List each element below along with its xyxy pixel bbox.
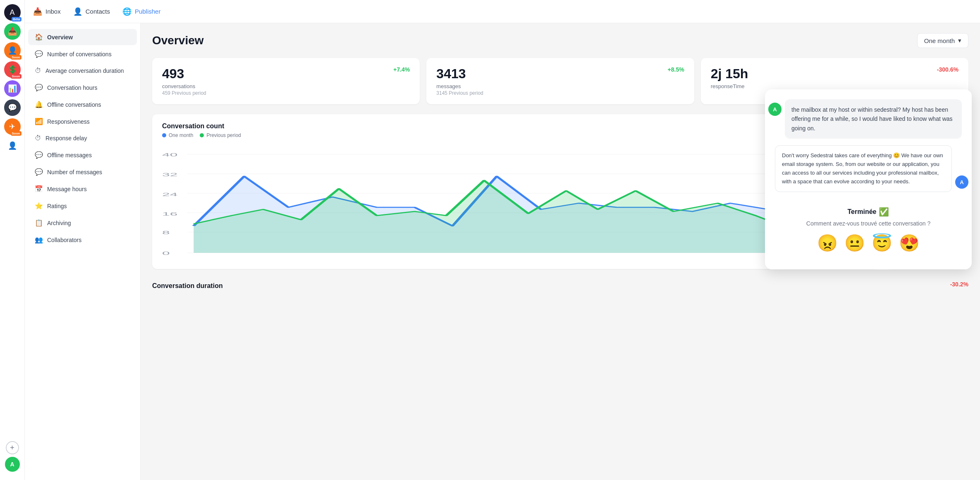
- sidebar-item-overview[interactable]: 🏠 Overview: [28, 29, 137, 45]
- status-section: Terminée ✅ Comment avez-vous trouvé cett…: [775, 200, 962, 259]
- offline-msgs-icon: 💬: [35, 151, 43, 159]
- offline-conv-icon: 🔔: [35, 101, 43, 108]
- sidebar-conv-hours-label: Conversation hours: [47, 84, 97, 91]
- nav-publisher[interactable]: 🌐 Publisher: [122, 7, 161, 16]
- icon-bar: A Béta 📥 👤 Soon 💲 Soon 📊 💬 ✈ Soon 👤 + A: [0, 0, 25, 480]
- chevron-down-icon: ▾: [958, 37, 961, 44]
- sidebar-offline-conv-label: Offline conversations: [47, 101, 101, 108]
- user-chat-avatar: A: [768, 103, 782, 116]
- sidebar-item-num-conversations[interactable]: 💬 Number of conversations: [28, 46, 137, 62]
- contacts-nav-icon: 👤: [73, 7, 82, 16]
- svg-text:24: 24: [162, 192, 177, 197]
- bot-message-wrapper: Don't worry Sedestral takes care of ever…: [775, 145, 962, 192]
- user-message-text: the mailbox at my host or within sedestr…: [791, 106, 953, 132]
- num-conv-icon: 💬: [35, 50, 43, 58]
- emoji-row: 😠 😐 😇 😍: [775, 233, 962, 253]
- svg-text:16: 16: [162, 211, 177, 216]
- emoji-neutral[interactable]: 😐: [844, 233, 865, 253]
- chart-title-conv-count: Conversation count: [162, 122, 241, 130]
- user-message-bubble: the mailbox at my host or within sedestr…: [785, 99, 962, 139]
- stat-change-response-time: -300.6%: [937, 66, 958, 73]
- stat-label-conversations: conversations: [162, 83, 206, 89]
- svg-text:0: 0: [162, 251, 170, 256]
- avg-dur-icon: ⏱: [35, 67, 41, 74]
- bot-message-text: Don't worry Sedestral takes care of ever…: [782, 152, 943, 184]
- stat-prev-conversations: 459 Previous period: [162, 90, 206, 96]
- sidebar-item-conv-hours[interactable]: 💬 Conversation hours: [28, 79, 137, 96]
- stat-label-messages: messages: [436, 83, 483, 89]
- sidebar-item-collaborators[interactable]: 👥 Collaborators: [28, 232, 137, 248]
- bot-message-bubble: Don't worry Sedestral takes care of ever…: [775, 145, 952, 192]
- sidebar-item-ratings[interactable]: ⭐ Ratings: [28, 198, 137, 214]
- stat-prev-messages: 3145 Previous period: [436, 90, 483, 96]
- legend-item-prev-period: Previous period: [200, 132, 241, 138]
- responsiveness-icon: 📶: [35, 118, 43, 125]
- sidebar-ratings-label: Ratings: [47, 203, 67, 209]
- inbox-icon-btn[interactable]: 📥: [4, 23, 21, 40]
- inbox-nav-icon: 📥: [33, 7, 42, 16]
- beta-badge: Béta: [12, 17, 21, 22]
- emoji-angel[interactable]: 😇: [872, 233, 892, 253]
- response-delay-icon: ⏱: [35, 134, 41, 142]
- user-icon-btn[interactable]: 👤: [4, 137, 21, 154]
- status-label: Terminée: [848, 208, 877, 216]
- overview-icon: 🏠: [35, 33, 43, 41]
- stat-change-conversations: +7.4%: [393, 66, 410, 73]
- legend-label-one-month: One month: [169, 132, 193, 138]
- check-icon: ✅: [879, 207, 889, 217]
- send-icon-btn[interactable]: ✈ Soon: [4, 118, 21, 135]
- sidebar-item-avg-duration[interactable]: ⏱ Average conversation duration: [28, 63, 137, 79]
- dollar-icon-btn[interactable]: 💲 Soon: [4, 61, 21, 78]
- publisher-nav-icon: 🌐: [122, 7, 131, 16]
- stat-value-messages: 3413: [436, 66, 483, 82]
- nav-inbox-label: Inbox: [45, 8, 61, 15]
- legend-label-prev-period: Previous period: [206, 132, 241, 138]
- stat-card-messages: 3413 messages 3145 Previous period +8.5%: [426, 58, 694, 104]
- msg-hours-icon: 📅: [35, 185, 43, 193]
- legend-dot-blue: [162, 133, 166, 137]
- bottom-change: -30.2%: [950, 281, 968, 288]
- sidebar-item-archiving[interactable]: 📋 Archiving: [28, 215, 137, 231]
- sidebar-response-delay-label: Response delay: [45, 135, 87, 142]
- chart-legend-conv-count: One month Previous period: [162, 132, 241, 138]
- page-header: Overview One month ▾: [152, 33, 968, 48]
- sidebar-item-offline-msgs[interactable]: 💬 Offline messages: [28, 147, 137, 163]
- bot-chat-avatar: A: [955, 175, 968, 189]
- message-icon-btn[interactable]: 💬: [4, 99, 21, 116]
- stat-value-response-time: 2j 15h: [711, 66, 748, 82]
- emoji-love[interactable]: 😍: [899, 233, 920, 253]
- chart-icon-btn[interactable]: 📊: [4, 80, 21, 97]
- sidebar-offline-msgs-label: Offline messages: [47, 152, 92, 158]
- stat-change-messages: +8.5%: [668, 66, 684, 73]
- contacts-icon-btn[interactable]: 👤 Soon: [4, 42, 21, 59]
- sidebar: 🏠 Overview 💬 Number of conversations ⏱ A…: [25, 23, 141, 480]
- conv-hours-icon: 💬: [35, 84, 43, 91]
- sidebar-item-offline-conv[interactable]: 🔔 Offline conversations: [28, 96, 137, 113]
- sidebar-archiving-label: Archiving: [47, 220, 71, 226]
- sidebar-overview-label: Overview: [47, 34, 73, 41]
- nav-contacts[interactable]: 👤 Contacts: [73, 7, 110, 16]
- bottom-section: Conversation duration -30.2%: [152, 279, 968, 290]
- user-message-wrapper: A the mailbox at my host or within sedes…: [775, 99, 962, 139]
- nav-inbox[interactable]: 📥 Inbox: [33, 7, 61, 16]
- sidebar-item-message-hours[interactable]: 📅 Message hours: [28, 181, 137, 197]
- add-button[interactable]: +: [6, 441, 19, 454]
- stat-label-response-time: responseTime: [711, 83, 748, 89]
- emoji-angry[interactable]: 😠: [817, 233, 838, 253]
- user-avatar[interactable]: A: [5, 457, 20, 472]
- num-msgs-icon: 💬: [35, 168, 43, 176]
- sidebar-item-responsiveness[interactable]: 📶 Responsiveness: [28, 113, 137, 130]
- app-logo[interactable]: A Béta: [4, 4, 21, 21]
- sidebar-item-response-delay[interactable]: ⏱ Response delay: [28, 130, 137, 146]
- sidebar-collaborators-label: Collaborators: [47, 237, 81, 243]
- nav-contacts-label: Contacts: [86, 8, 110, 15]
- sidebar-item-num-messages[interactable]: 💬 Number of messages: [28, 164, 137, 180]
- svg-text:40: 40: [162, 152, 177, 157]
- sidebar-responsiveness-label: Responsiveness: [47, 118, 90, 125]
- status-badge: Terminée ✅: [848, 207, 889, 217]
- soon-badge-contacts: Soon: [11, 55, 22, 60]
- archiving-icon: 📋: [35, 219, 43, 227]
- nav-publisher-label: Publisher: [135, 8, 161, 15]
- chart-header-conv-count: Conversation count One month Previous pe…: [162, 122, 869, 138]
- period-selector[interactable]: One month ▾: [917, 33, 968, 48]
